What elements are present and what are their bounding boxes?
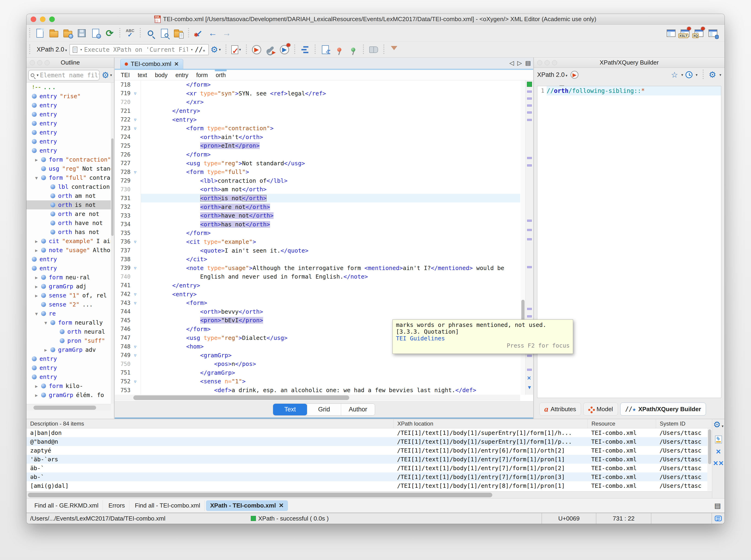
result-marker[interactable] [527, 112, 532, 114]
column-system-id[interactable]: System ID [656, 419, 707, 428]
code-line[interactable]: 753 <def>a drink, esp. an alcoholic one:… [115, 386, 520, 395]
debug-icon[interactable]: ▶ [279, 44, 290, 55]
builder-settings-gear-icon[interactable]: ⚙ [709, 71, 716, 79]
outline-horizontal-scrollbar[interactable] [26, 404, 111, 411]
breadcrumb-item-body[interactable]: body [155, 72, 167, 78]
pin-green-icon[interactable] [348, 44, 359, 55]
history-clock-icon[interactable] [686, 71, 692, 78]
results-horizontal-scrollbar[interactable] [26, 491, 712, 498]
element-name-filter-input[interactable]: ▾ Element name filter [28, 70, 100, 81]
fold-arrow-icon[interactable]: ▽ [131, 126, 140, 131]
xpath-engine-select[interactable]: XPath 2.0▾ [37, 46, 67, 53]
fold-arrow-icon[interactable]: ▽ [131, 301, 140, 305]
view-button-grid[interactable]: Grid [307, 404, 341, 415]
code-line[interactable]: 742▽ <entry> [115, 290, 520, 299]
code-line[interactable]: 719▽ <xr type="syn">SYN. see <ref>legal<… [115, 89, 520, 98]
documentation-icon[interactable] [368, 44, 379, 55]
outline-settings-gear-icon[interactable]: ⚙▾ [101, 70, 112, 81]
fold-arrow-icon[interactable]: ▽ [131, 344, 140, 349]
fold-arrow-icon[interactable]: ▽ [131, 292, 140, 297]
xpath-settings-gear-icon[interactable]: ⚙▾ [211, 44, 221, 55]
database-perspective-icon[interactable] [708, 28, 718, 39]
forward-icon[interactable]: → [221, 28, 232, 39]
notifications-icon[interactable] [715, 516, 722, 521]
outline-item[interactable]: ▶form"contraction" [26, 155, 111, 164]
fold-arrow-icon[interactable]: ▽ [131, 353, 140, 358]
outline-item[interactable]: sense"2"... [26, 300, 111, 309]
outline-item[interactable]: entry [26, 128, 111, 137]
outline-item[interactable]: ortham not [26, 191, 111, 200]
result-marker[interactable] [527, 91, 532, 93]
code-line[interactable]: 725 <pron>eInt</pron> [115, 141, 520, 150]
result-marker[interactable] [527, 119, 532, 121]
indent-icon[interactable] [300, 44, 310, 55]
code-line[interactable]: 737 <quote>I ain't seen it.</quote> [115, 246, 520, 255]
favorites-star-icon[interactable]: ☆ [671, 70, 678, 79]
result-marker[interactable] [527, 98, 532, 100]
outline-item[interactable]: ▼form"full"contraction [26, 173, 111, 182]
outline-item[interactable]: lblcontraction [26, 182, 111, 191]
outline-item[interactable]: ▼re [26, 309, 111, 318]
code-line[interactable]: 720 </xr> [115, 98, 520, 106]
collapsed-arrow-icon[interactable]: ▶ [41, 347, 51, 353]
result-marker[interactable] [527, 238, 532, 240]
result-marker[interactable] [527, 104, 532, 106]
result-marker[interactable] [527, 315, 532, 317]
new-document-icon[interactable] [35, 28, 45, 39]
result-row[interactable]: zaptyé/TEI[1]/text[1]/body[1]/entry[6]/f… [26, 446, 725, 455]
result-marker[interactable] [527, 220, 532, 222]
column-resource[interactable]: Resource [588, 419, 656, 428]
outline-item[interactable]: ▶formkilo- [26, 381, 111, 391]
run-transformation-icon[interactable]: ▶ [251, 44, 262, 55]
outline-item[interactable]: orthhas not [26, 227, 111, 237]
editor-horizontal-scrollbar[interactable] [115, 395, 520, 401]
collapsed-arrow-icon[interactable]: ▶ [32, 383, 41, 389]
debug-xquery-icon[interactable]: XQ [694, 28, 704, 39]
outline-item[interactable]: entry [26, 110, 111, 119]
xpath-expression[interactable]: //orth/following-sibling::* [547, 86, 721, 95]
open-url-icon[interactable] [62, 28, 73, 39]
breadcrumb-item-orth[interactable]: orth [216, 72, 226, 78]
collapsed-arrow-icon[interactable]: ▶ [32, 157, 41, 162]
code-line[interactable]: 729 <lbl>contraction of</lbl> [115, 177, 520, 185]
code-line[interactable]: 744 <orth>bevvy</orth> [115, 307, 520, 316]
code-line[interactable]: 727 <usg type="reg">Not standard</usg> [115, 159, 520, 168]
result-row[interactable]: əb-`/TEI[1]/text[1]/body[1]/entry[7]/for… [26, 473, 725, 481]
code-line[interactable]: 751 </gramGrp> [115, 368, 520, 377]
outline-item[interactable]: entry [26, 119, 111, 128]
outline-item[interactable]: ▶gramGrpadv [26, 345, 111, 354]
outline-item[interactable]: orthneural [26, 327, 111, 336]
code-line[interactable]: 750 <pos>n</pos> [115, 360, 520, 368]
editor-list-icon[interactable]: ▤ [525, 59, 531, 67]
result-marker[interactable] [527, 355, 532, 357]
execute-xpath-button[interactable]: ▶ [571, 71, 578, 79]
open-folder-icon[interactable] [48, 28, 59, 39]
validate-icon[interactable]: ▾ [231, 44, 241, 55]
collapsed-arrow-icon[interactable]: ▶ [32, 393, 41, 398]
outline-item[interactable]: entry"rise" [26, 92, 111, 101]
ruler-down-icon[interactable]: ▼ [527, 384, 532, 391]
tab-errors[interactable]: Errors [104, 500, 129, 511]
outline-item[interactable]: ▶cit"example"I ain't [26, 237, 111, 246]
code-line[interactable]: 736▽ <cit type="example"> [115, 238, 520, 246]
code-line[interactable]: 718 </form> [115, 80, 520, 89]
outline-item[interactable]: orthare not [26, 209, 111, 218]
view-button-text[interactable]: Text [273, 404, 307, 415]
breadcrumb-item-TEI[interactable]: TEI [121, 72, 130, 78]
result-marker[interactable] [527, 164, 532, 166]
ruler-clear-icon[interactable]: ✕ [527, 375, 531, 381]
tab-model[interactable]: Model [583, 403, 618, 416]
result-marker[interactable] [527, 308, 532, 310]
outline-item[interactable]: !--... [26, 83, 111, 92]
save-icon[interactable] [76, 28, 87, 39]
outline-vertical-scrollbar[interactable] [111, 83, 114, 403]
fold-arrow-icon[interactable]: ▽ [131, 170, 140, 174]
outline-item[interactable]: orthhave not [26, 218, 111, 227]
outline-item[interactable]: ▶gramGrpélém. fo [26, 391, 111, 400]
tab-xpath-tei-combo[interactable]: XPath - TEI-combo.xml✕ [206, 500, 288, 511]
expanded-arrow-icon[interactable]: ▼ [41, 320, 51, 325]
outline-item[interactable]: ▶note"usage"Although [26, 246, 111, 255]
result-marker[interactable] [527, 369, 532, 371]
search-icon[interactable] [145, 28, 156, 39]
outline-item[interactable]: entry [26, 354, 111, 363]
